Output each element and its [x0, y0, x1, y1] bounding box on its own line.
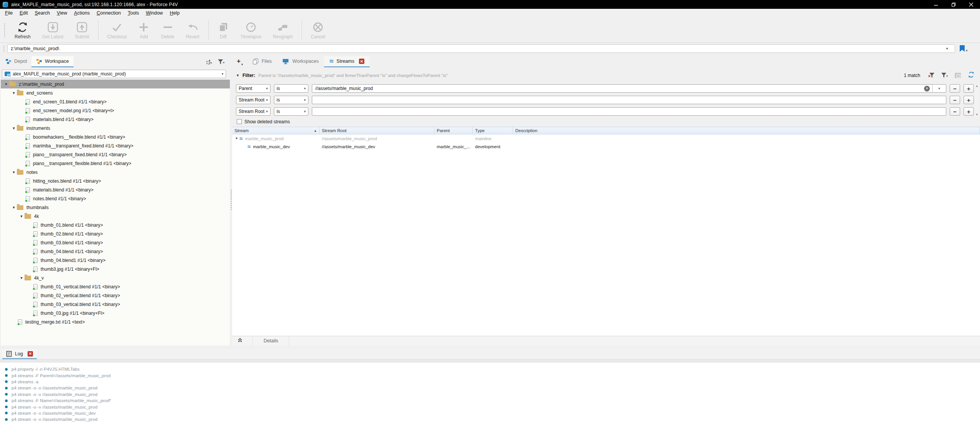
expander-icon[interactable]: ▼: [11, 170, 17, 174]
tree-row[interactable]: piano__transparent_fixed.blend #1/1 <bin…: [1, 150, 230, 159]
tree-row[interactable]: ▼4k: [1, 212, 230, 221]
tree-row[interactable]: thumb_03.blend #1/1 <binary>: [1, 238, 230, 247]
tree-row[interactable]: end_screen_01.blend #1/1 <binary>: [1, 97, 230, 106]
workspace-selector[interactable]: alex_MAPLE_marbe_music_prod (marble_musi…: [2, 70, 226, 78]
tree-row[interactable]: materials.blend #1/1 <binary>: [1, 115, 230, 124]
column-header-stream-root[interactable]: Stream Root: [320, 127, 434, 134]
tree-row[interactable]: notes.blend #1/1 <binary>: [1, 194, 230, 203]
tree-row[interactable]: ▼notes: [1, 168, 230, 177]
column-header-stream[interactable]: Stream▲: [232, 127, 320, 134]
column-header-description[interactable]: Description: [513, 127, 980, 134]
filter-value-input[interactable]: //assets/marble_music_prod✕▾: [312, 84, 946, 93]
show-deleted-streams-checkbox[interactable]: Show deleted streams: [232, 119, 980, 125]
tree-row[interactable]: thumb_01.blend #1/1 <binary>: [1, 221, 230, 229]
filter-value-input[interactable]: [312, 107, 946, 116]
addressbar-drag-handle[interactable]: [3, 45, 5, 52]
menu-item-edit[interactable]: Edit: [16, 9, 31, 18]
menu-item-window[interactable]: Window: [143, 9, 166, 18]
bookmark-icon[interactable]: [960, 45, 965, 52]
tree-row[interactable]: hitting_notes.blend #1/1 <binary>: [1, 177, 230, 185]
tree-row[interactable]: thumb_02_vertical.blend #1/1 <binary>: [1, 291, 230, 300]
tab-depot[interactable]: Depot: [1, 56, 31, 67]
expander-icon[interactable]: ▼: [18, 276, 25, 280]
tree-row[interactable]: ▼z:\marble_music_prod: [1, 80, 230, 88]
remove-filter-row-button[interactable]: −: [950, 96, 960, 104]
close-icon[interactable]: [962, 0, 980, 9]
expander-icon[interactable]: ▼: [234, 137, 239, 140]
restore-icon[interactable]: [945, 0, 962, 9]
filter-field-select[interactable]: Parent▾: [236, 84, 270, 93]
expander-icon[interactable]: ▼: [11, 91, 17, 95]
tree-row[interactable]: ▼4k_v: [1, 273, 230, 282]
sort-icon[interactable]: ↕AZ▾: [205, 59, 212, 65]
tab-workspaces[interactable]: Workspaces: [277, 56, 324, 67]
close-log-icon[interactable]: ✕: [28, 351, 33, 357]
tab-streams[interactable]: ≈ Streams ✕: [324, 56, 370, 67]
tree-row[interactable]: thumb_02.blend #1/1 <binary>: [1, 229, 230, 238]
toolbar-drag-handle[interactable]: [4, 23, 6, 38]
scroll-down-icon[interactable]: ▼: [975, 113, 978, 116]
filter-operator-select[interactable]: is▾: [274, 96, 308, 104]
horizontal-splitter[interactable]: [0, 345, 980, 349]
menu-item-help[interactable]: Help: [166, 9, 183, 18]
address-dropdown-icon[interactable]: ▾: [939, 45, 955, 52]
tab-log[interactable]: Log ✕: [2, 349, 37, 359]
menu-item-view[interactable]: View: [53, 9, 70, 18]
tree-row[interactable]: thumb_03_vertical.blend #1/1 <binary>: [1, 300, 230, 309]
filter-operator-select[interactable]: is▾: [274, 107, 308, 116]
add-filter-row-button[interactable]: +: [964, 84, 974, 93]
checkbox-icon[interactable]: [237, 119, 242, 124]
tab-workspace[interactable]: Workspace: [31, 56, 73, 67]
stream-row[interactable]: ▼≈marble_music_prod//assets/marble_music…: [232, 134, 980, 142]
refresh-button[interactable]: Refresh: [9, 19, 36, 42]
expander-icon[interactable]: ▼: [11, 126, 17, 130]
refresh-streams-icon[interactable]: [968, 71, 975, 79]
tree-row[interactable]: thumb_03.jpg #1/1 <binary+Fl>: [1, 309, 230, 317]
details-tab[interactable]: Details: [252, 336, 289, 345]
filter-field-select[interactable]: Stream Root▾: [236, 107, 270, 116]
tree-row[interactable]: end_screen_model.png #1/1 <binary+l>: [1, 106, 230, 115]
tree-row[interactable]: ▼instruments: [1, 124, 230, 132]
stream-row[interactable]: ≈marble_music_dev//assets/marble_music_d…: [232, 142, 980, 150]
column-header-parent[interactable]: Parent: [434, 127, 473, 134]
expander-icon[interactable]: ▼: [11, 206, 17, 209]
details-expand-icon[interactable]: [238, 338, 243, 344]
remove-filter-row-button[interactable]: −: [950, 107, 960, 116]
filter-icon[interactable]: ▾: [218, 59, 225, 64]
minimize-icon[interactable]: [927, 0, 945, 9]
filter-operator-select[interactable]: is▾: [274, 84, 308, 93]
tree-row[interactable]: marimba__transparent_fixed.blend #1/1 <b…: [1, 141, 230, 150]
tree-row[interactable]: ▼thumbnails: [1, 203, 230, 212]
tree-row[interactable]: thumb_04.blend1 #1/1 <binary>: [1, 256, 230, 265]
expander-icon[interactable]: ▼: [18, 214, 25, 218]
filter-menu-icon[interactable]: ▾: [941, 73, 948, 78]
tree-row[interactable]: thumb_04.blend #1/1 <binary>: [1, 247, 230, 256]
filter-field-select[interactable]: Stream Root▾: [236, 96, 270, 104]
tree-row[interactable]: testing_merge.txt #1/1 <text>: [1, 317, 230, 326]
remove-filter-row-button[interactable]: −: [950, 84, 960, 93]
tree-row[interactable]: piano__transparent_flexible.blend #1/1 <…: [1, 159, 230, 168]
add-tab-button[interactable]: +▾: [232, 56, 247, 67]
menu-item-file[interactable]: File: [2, 9, 16, 18]
column-header-type[interactable]: Type: [473, 127, 513, 134]
bookmark-dropdown-icon[interactable]: ▾: [966, 49, 968, 54]
expander-icon[interactable]: ▼: [3, 82, 9, 86]
filter-scrollbar[interactable]: ▲▼: [975, 84, 979, 117]
tree-row[interactable]: thumb_01_vertical.blend #1/1 <binary>: [1, 282, 230, 291]
menu-item-connection[interactable]: Connection: [93, 9, 124, 18]
clear-input-icon[interactable]: ✕: [924, 86, 930, 92]
clear-filter-icon[interactable]: ✕: [929, 73, 934, 78]
tree-row[interactable]: ▼end_screens: [1, 88, 230, 97]
menu-item-tools[interactable]: Tools: [124, 9, 142, 18]
scroll-up-icon[interactable]: ▲: [975, 84, 978, 88]
tree-row[interactable]: materials.blend #1/1 <binary>: [1, 185, 230, 194]
tab-files[interactable]: Files: [247, 56, 277, 67]
add-filter-row-button[interactable]: +: [964, 107, 974, 116]
add-filter-row-button[interactable]: +: [964, 96, 974, 104]
menu-item-search[interactable]: Search: [31, 9, 54, 18]
close-tab-icon[interactable]: ✕: [359, 59, 364, 64]
menu-item-actions[interactable]: Actions: [70, 9, 93, 18]
filter-value-input[interactable]: [312, 96, 946, 104]
filter-collapse-icon[interactable]: ▼: [236, 74, 239, 77]
input-dropdown-icon[interactable]: ▾: [932, 85, 946, 92]
